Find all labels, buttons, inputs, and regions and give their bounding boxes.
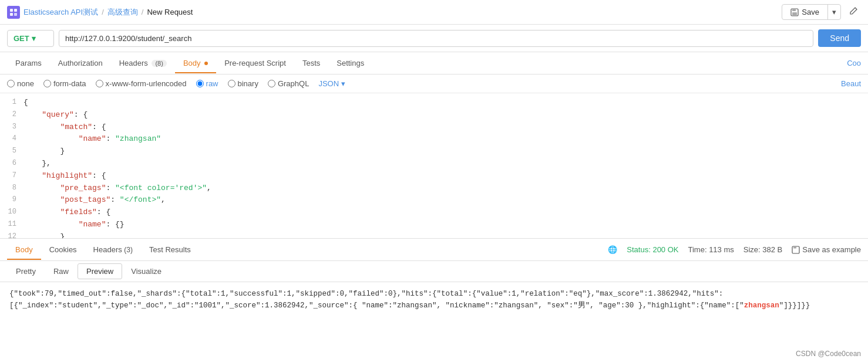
radio-x-www[interactable] bbox=[96, 80, 103, 87]
view-tab-preview[interactable]: Preview bbox=[78, 263, 122, 279]
option-raw[interactable]: raw bbox=[196, 79, 218, 88]
tab-params[interactable]: Params bbox=[7, 54, 50, 73]
option-graphql[interactable]: GraphQL bbox=[268, 79, 309, 88]
toolbar-right: Save ▾ bbox=[782, 4, 861, 21]
radio-none[interactable] bbox=[7, 80, 15, 87]
code-line-4: 4 "name": "zhangsan" bbox=[0, 133, 868, 145]
response-meta: 🌐 Status: 200 OK Time: 113 ms Size: 382 … bbox=[608, 245, 861, 254]
code-line-3: 3 "match": { bbox=[0, 121, 868, 134]
code-line-8: 8 "pre_tags": "<font color='red'>", bbox=[0, 182, 868, 195]
url-input[interactable] bbox=[59, 30, 813, 47]
code-line-10: 10 "fields": { bbox=[0, 206, 868, 219]
save-button-group[interactable]: Save ▾ bbox=[782, 4, 841, 20]
beautify-button[interactable]: Beaut bbox=[841, 79, 861, 88]
save-button[interactable]: Save bbox=[782, 5, 827, 19]
radio-raw[interactable] bbox=[196, 80, 204, 87]
json-format-dropdown[interactable]: JSON ▾ bbox=[318, 79, 345, 88]
save-dropdown-arrow[interactable]: ▾ bbox=[827, 5, 840, 19]
response-tab-cookies[interactable]: Cookies bbox=[41, 241, 85, 260]
response-size-label: Size: 382 B bbox=[743, 245, 783, 254]
send-button[interactable]: Send bbox=[818, 29, 861, 47]
tab-tests[interactable]: Tests bbox=[294, 54, 328, 73]
save-example-button[interactable]: Save as example bbox=[792, 245, 861, 254]
option-none[interactable]: none bbox=[7, 79, 34, 88]
option-x-www[interactable]: x-www-form-urlencoded bbox=[96, 79, 187, 88]
view-tab-visualize[interactable]: Visualize bbox=[122, 263, 170, 279]
edit-button[interactable] bbox=[846, 4, 861, 21]
view-tabs-row: Pretty Raw Preview Visualize bbox=[0, 261, 868, 282]
cookies-tab[interactable]: Coo bbox=[847, 59, 861, 67]
svg-rect-5 bbox=[792, 9, 796, 11]
breadcrumb-root[interactable]: Elasticsearch API测试 bbox=[23, 7, 98, 18]
response-tabs: Body Cookies Headers (3) Test Results bbox=[7, 241, 199, 259]
svg-rect-0 bbox=[10, 9, 13, 12]
response-tabs-row: Body Cookies Headers (3) Test Results 🌐 … bbox=[0, 239, 868, 261]
method-arrow: ▾ bbox=[32, 34, 36, 43]
breadcrumb: Elasticsearch API测试 / 高级查询 / New Request bbox=[7, 6, 193, 19]
response-body: {"took":79,"timed_out":false,"_shards":{… bbox=[0, 282, 868, 341]
save-example-icon bbox=[792, 246, 800, 254]
body-type-options: none form-data x-www-form-urlencoded raw… bbox=[7, 79, 345, 88]
method-select[interactable]: GET ▾ bbox=[7, 30, 54, 47]
radio-binary[interactable] bbox=[228, 80, 235, 87]
breadcrumb-current: New Request bbox=[147, 8, 193, 16]
response-time-label: Time: 113 ms bbox=[688, 245, 734, 254]
url-bar: GET ▾ Send bbox=[0, 25, 868, 52]
save-icon bbox=[790, 8, 799, 16]
radio-form-data[interactable] bbox=[43, 80, 51, 87]
svg-rect-6 bbox=[792, 12, 797, 15]
tab-prerequest[interactable]: Pre-request Script bbox=[216, 54, 294, 73]
view-tab-pretty[interactable]: Pretty bbox=[7, 263, 45, 279]
breadcrumb-sep1: / bbox=[102, 8, 104, 16]
code-line-2: 2 "query": { bbox=[0, 109, 868, 121]
code-line-6: 6 }, bbox=[0, 158, 868, 170]
edit-icon bbox=[849, 6, 858, 16]
app-icon bbox=[7, 6, 20, 19]
request-tabs: Params Authorization Headers (8) Body Pr… bbox=[7, 54, 372, 73]
option-binary[interactable]: binary bbox=[228, 79, 258, 88]
option-form-data[interactable]: form-data bbox=[43, 79, 86, 88]
radio-graphql[interactable] bbox=[268, 80, 275, 87]
svg-rect-8 bbox=[793, 246, 796, 249]
svg-rect-3 bbox=[14, 13, 17, 16]
response-status: Status: 200 OK bbox=[627, 245, 678, 254]
svg-rect-1 bbox=[14, 9, 17, 12]
code-line-7: 7 "highlight": { bbox=[0, 170, 868, 182]
tab-body[interactable]: Body bbox=[175, 54, 216, 73]
response-tab-test-results[interactable]: Test Results bbox=[141, 241, 199, 260]
globe-icon: 🌐 bbox=[608, 245, 617, 254]
request-tabs-row: Params Authorization Headers (8) Body Pr… bbox=[0, 52, 868, 74]
breadcrumb-mid[interactable]: 高级查询 bbox=[107, 7, 138, 18]
save-example-label: Save as example bbox=[802, 245, 861, 254]
tab-headers[interactable]: Headers (8) bbox=[111, 54, 175, 73]
code-line-9: 9 "post_tags": "</font>", bbox=[0, 194, 868, 206]
code-line-11: 11 "name": {} bbox=[0, 219, 868, 231]
code-line-12: 12 } bbox=[0, 231, 868, 239]
body-options-row: none form-data x-www-form-urlencoded raw… bbox=[0, 74, 868, 93]
svg-rect-2 bbox=[10, 13, 13, 16]
response-tab-body[interactable]: Body bbox=[7, 241, 41, 260]
tab-settings[interactable]: Settings bbox=[328, 54, 372, 73]
code-line-5: 5 } bbox=[0, 145, 868, 158]
response-tab-headers[interactable]: Headers (3) bbox=[85, 241, 141, 260]
method-value: GET bbox=[14, 34, 29, 43]
code-line-1: 1 { bbox=[0, 97, 868, 109]
tab-authorization[interactable]: Authorization bbox=[50, 54, 111, 73]
breadcrumb-sep2: / bbox=[142, 8, 144, 16]
code-editor[interactable]: 1 { 2 "query": { 3 "match": { 4 "name": … bbox=[0, 93, 868, 239]
top-bar: Elasticsearch API测试 / 高级查询 / New Request… bbox=[0, 0, 868, 25]
view-tab-raw[interactable]: Raw bbox=[45, 263, 78, 279]
